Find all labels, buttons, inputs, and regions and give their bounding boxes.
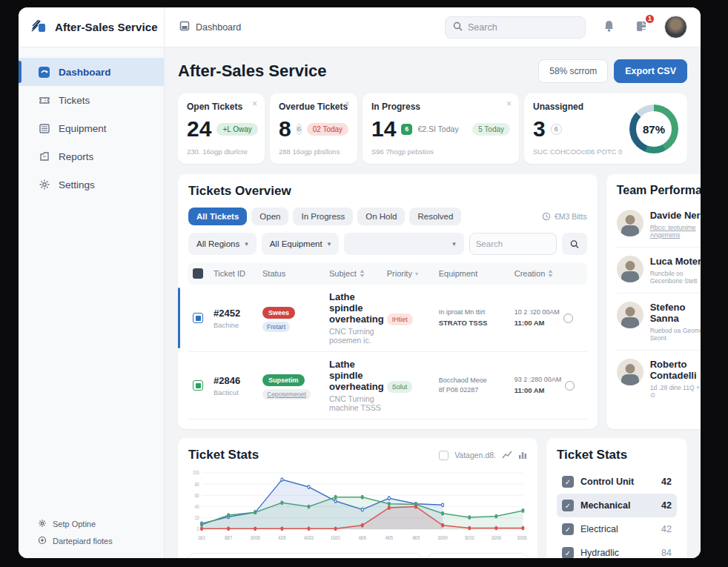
status-ring-icon[interactable] <box>565 381 575 391</box>
svg-text:30/09: 30/09 <box>438 534 448 540</box>
stat-list-item[interactable]: ✓Electrical42 <box>557 517 677 541</box>
svg-text:46/5: 46/5 <box>385 534 393 540</box>
created-line1: 10 2 :I20 00AM <box>514 308 560 316</box>
user-avatar[interactable] <box>664 16 687 39</box>
global-search[interactable] <box>445 16 586 39</box>
extra-filter-select[interactable]: ▾ <box>344 233 463 255</box>
notifications-button[interactable] <box>599 18 618 37</box>
card-value: 14 <box>371 118 396 140</box>
right-ticket-stats-panel: Ticket Stats ✓Control Unit42 ✓Mechanical… <box>546 438 687 558</box>
ticket-stats-panel: Ticket Stats Vatagen.d8. 02040608010018/… <box>178 438 537 558</box>
donut-percent: 87% <box>629 105 678 153</box>
tab-resolved[interactable]: Resolved <box>409 208 461 225</box>
col-priority[interactable]: Priority▾ <box>387 269 436 278</box>
sidebar-footer-label: Setp Optine <box>53 520 96 528</box>
checked-checkbox[interactable]: ✓ <box>562 547 574 558</box>
breadcrumb[interactable]: Dashboard <box>179 21 241 33</box>
dashboard-icon <box>38 66 50 79</box>
table-row[interactable]: #2452Bachine SweesFretart Lathe spindle … <box>188 285 587 352</box>
status-ring-icon[interactable] <box>563 314 573 323</box>
table-row[interactable]: #2846Bacticut SupsetimCeposemeoet Lathe … <box>188 352 587 420</box>
checked-checkbox[interactable]: ✓ <box>562 500 574 511</box>
sidebar-item-tickets[interactable]: Tickets <box>19 86 164 114</box>
svg-text:60: 60 <box>195 492 199 498</box>
close-icon[interactable]: × <box>345 99 350 108</box>
table-header: Ticket ID Status Subject Priority▾ Equip… <box>188 262 587 285</box>
sidebar-footer-item-2[interactable]: Dartepiard fiotes <box>38 536 164 546</box>
tab-all-tickets[interactable]: All Tickets <box>188 208 247 225</box>
row-checkbox[interactable] <box>193 313 203 323</box>
app-window: After-Sales Service Dashboard <box>19 7 701 558</box>
tickets-meta: €M3 Bitts <box>542 212 587 221</box>
close-icon[interactable]: × <box>506 99 512 108</box>
svg-text:30/006: 30/006 <box>517 534 527 540</box>
team-member[interactable]: Luca MotertiRuncbile oo Gecenborie Stett… <box>617 248 701 294</box>
issue-types-panel: Issue Types⌄ Control Unit 0:03 247 Mecha <box>188 553 422 558</box>
team-member[interactable]: Stefeno SannaRuebod oa Geomortts Seont 6… <box>617 294 701 351</box>
table-search-input[interactable] <box>476 239 528 248</box>
checked-checkbox[interactable]: ✓ <box>562 476 574 488</box>
col-ticket-id[interactable]: Ticket ID <box>214 269 259 278</box>
tab-open[interactable]: Open <box>251 208 288 225</box>
col-status[interactable]: Status <box>262 269 326 278</box>
sidebar-item-equipment[interactable]: Equipment <box>19 114 164 142</box>
topbar: After-Sales Service Dashboard <box>19 7 701 47</box>
row-accent <box>178 288 180 348</box>
card-footnote: S96 7hogp pebstios <box>371 147 510 156</box>
chart-toggle-checkbox[interactable] <box>439 451 449 460</box>
member-subtitle: 1d .28 dine 11Q + Toedoe ⊙ <box>650 384 701 399</box>
equipment-filter-select[interactable]: All Equipment ▾ <box>262 233 340 255</box>
stat-list-item[interactable]: ✓Mechanical42 <box>557 494 677 517</box>
table-search[interactable] <box>469 233 557 255</box>
inbox-button[interactable]: 1 <box>632 18 651 37</box>
sidebar-item-reports[interactable]: Reports <box>19 142 164 170</box>
card-title: In Progress <box>371 102 510 112</box>
card-title: Overdue Tickets <box>279 102 348 112</box>
tab-in-progress[interactable]: In Progress <box>293 208 353 225</box>
svg-text:80: 80 <box>195 481 199 487</box>
status-sub-badge: Fretart <box>262 322 290 332</box>
member-subtitle: Runcbile oo Gecenborie Stett <box>650 270 701 285</box>
col-creation[interactable]: Creation <box>514 269 583 278</box>
ticket-filter-tabs: All Tickets Open In Progress On Hold Res… <box>188 208 587 225</box>
checked-checkbox[interactable]: ✓ <box>562 523 574 535</box>
svg-text:100: 100 <box>193 470 199 476</box>
tickets-overview-title: Tickets Overview <box>188 184 587 199</box>
sidebar-item-settings[interactable]: Settings <box>19 170 164 199</box>
sidebar-item-label: Dashboard <box>59 67 111 78</box>
ticket-id: #2452 <box>214 308 259 319</box>
sidebar-footer-item-1[interactable]: Setp Optine <box>38 519 164 529</box>
stat-list-item[interactable]: ✓Control Unit42 <box>557 470 677 494</box>
count-badge: 6 <box>551 124 562 135</box>
count-badge: 6 <box>401 124 412 135</box>
stat-card-unassigned: Unassigned 3 6 SUC COHCOOct06 POTC 0 87% <box>524 93 687 164</box>
table-search-button[interactable] <box>562 233 587 255</box>
equipment-line1: Bocchaod Meoe <box>439 377 487 384</box>
avatar <box>617 210 643 236</box>
member-subtitle: Ruebod oa Geomortts Seont <box>650 327 701 342</box>
col-equipment[interactable]: Equipment <box>439 269 512 278</box>
brand: After-Sales Service <box>19 7 165 47</box>
line-chart-icon[interactable] <box>502 451 512 460</box>
bell-icon <box>603 19 615 36</box>
bar-chart-icon[interactable] <box>518 451 527 460</box>
sidebar-item-label: Tickets <box>59 95 90 106</box>
export-csv-button[interactable]: Export CSV <box>614 59 687 83</box>
percent-button[interactable]: 58% scrrom <box>538 59 608 83</box>
card-value: 8 <box>279 118 291 140</box>
stat-list-item[interactable]: ✓Hydradlic84 <box>557 541 677 558</box>
chevron-down-icon: ▾ <box>452 240 456 248</box>
tab-on-hold[interactable]: On Hold <box>357 208 405 225</box>
select-all-checkbox[interactable] <box>193 268 203 279</box>
created-line2: 11:00 AM <box>514 319 545 327</box>
search-input[interactable] <box>468 22 578 33</box>
region-filter-select[interactable]: All Regions ▾ <box>188 233 257 255</box>
member-name: Luca Moterti <box>650 256 701 267</box>
col-subject[interactable]: Subject <box>329 269 384 278</box>
close-icon[interactable]: × <box>252 99 257 108</box>
row-checkbox[interactable] <box>193 380 203 391</box>
team-member[interactable]: Roberto Contadelli1d .28 dine 11Q + Toed… <box>617 351 701 407</box>
sidebar-item-dashboard[interactable]: Dashboard <box>19 58 164 86</box>
team-member[interactable]: Davide NeriRbco: teotunime Angemens 5 <box>617 202 701 248</box>
breadcrumb-label: Dashboard <box>196 22 241 33</box>
